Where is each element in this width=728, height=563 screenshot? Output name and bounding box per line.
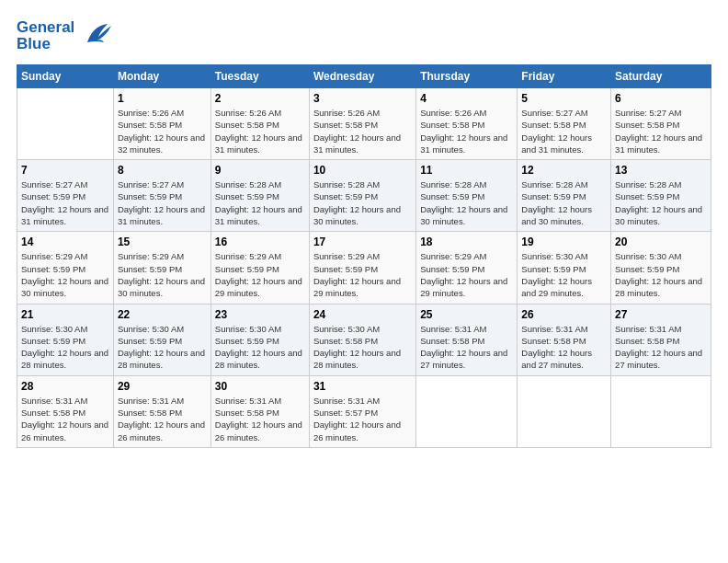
day-sunset: Sunset: 5:59 PM bbox=[118, 335, 207, 347]
calendar-day-cell: 3 Sunrise: 5:26 AM Sunset: 5:58 PM Dayli… bbox=[309, 88, 415, 160]
day-sunset: Sunset: 5:58 PM bbox=[521, 335, 607, 347]
day-sunset: Sunset: 5:58 PM bbox=[420, 335, 513, 347]
day-number: 4 bbox=[420, 92, 513, 105]
calendar-day-cell: 31 Sunrise: 5:31 AM Sunset: 5:57 PM Dayl… bbox=[309, 375, 415, 447]
day-sunrise: Sunrise: 5:28 AM bbox=[615, 178, 707, 190]
calendar-day-cell: 10 Sunrise: 5:28 AM Sunset: 5:59 PM Dayl… bbox=[309, 160, 415, 232]
calendar-day-cell: 5 Sunrise: 5:27 AM Sunset: 5:58 PM Dayli… bbox=[518, 88, 611, 160]
calendar-day-cell: 12 Sunrise: 5:28 AM Sunset: 5:59 PM Dayl… bbox=[518, 160, 611, 232]
day-number: 7 bbox=[21, 164, 109, 177]
calendar-day-cell: 27 Sunrise: 5:31 AM Sunset: 5:58 PM Dayl… bbox=[611, 304, 711, 375]
day-sunrise: Sunrise: 5:26 AM bbox=[420, 107, 513, 119]
day-number: 18 bbox=[420, 236, 513, 248]
day-number: 2 bbox=[215, 92, 305, 105]
calendar-day-cell: 17 Sunrise: 5:29 AM Sunset: 5:59 PM Dayl… bbox=[309, 232, 415, 304]
calendar-week-row: 1 Sunrise: 5:26 AM Sunset: 5:58 PM Dayli… bbox=[17, 88, 711, 160]
day-sunset: Sunset: 5:58 PM bbox=[313, 119, 412, 131]
day-sunrise: Sunrise: 5:28 AM bbox=[420, 178, 513, 190]
day-sunrise: Sunrise: 5:31 AM bbox=[313, 395, 412, 407]
day-sunrise: Sunrise: 5:31 AM bbox=[615, 323, 707, 335]
day-sunset: Sunset: 5:58 PM bbox=[615, 335, 707, 347]
col-tuesday: Tuesday bbox=[210, 65, 309, 88]
day-number: 20 bbox=[615, 236, 707, 248]
day-sunset: Sunset: 5:59 PM bbox=[21, 190, 109, 202]
calendar-day-cell: 13 Sunrise: 5:28 AM Sunset: 5:59 PM Dayl… bbox=[611, 160, 711, 232]
day-daylight: Daylight: 12 hours and 31 minutes. bbox=[615, 132, 707, 156]
day-number: 11 bbox=[420, 164, 513, 177]
calendar-day-cell: 23 Sunrise: 5:30 AM Sunset: 5:59 PM Dayl… bbox=[210, 304, 309, 375]
day-sunrise: Sunrise: 5:30 AM bbox=[521, 250, 607, 262]
day-daylight: Daylight: 12 hours and 29 minutes. bbox=[313, 275, 412, 300]
calendar-day-cell: 2 Sunrise: 5:26 AM Sunset: 5:58 PM Dayli… bbox=[210, 88, 309, 160]
day-sunset: Sunset: 5:59 PM bbox=[313, 190, 412, 202]
day-number: 9 bbox=[215, 164, 305, 177]
day-daylight: Daylight: 12 hours and 30 minutes. bbox=[21, 275, 109, 300]
calendar-table: Sunday Monday Tuesday Wednesday Thursday… bbox=[17, 64, 711, 448]
calendar-day-cell: 9 Sunrise: 5:28 AM Sunset: 5:59 PM Dayli… bbox=[210, 160, 309, 232]
day-daylight: Daylight: 12 hours and 27 minutes. bbox=[420, 347, 513, 372]
day-sunrise: Sunrise: 5:29 AM bbox=[215, 250, 305, 262]
col-monday: Monday bbox=[113, 65, 210, 88]
day-sunset: Sunset: 5:57 PM bbox=[313, 407, 412, 419]
day-number: 15 bbox=[118, 236, 207, 248]
day-number: 31 bbox=[313, 380, 412, 393]
calendar-week-row: 28 Sunrise: 5:31 AM Sunset: 5:58 PM Dayl… bbox=[17, 375, 711, 447]
day-daylight: Daylight: 12 hours and 26 minutes. bbox=[215, 419, 305, 443]
day-daylight: Daylight: 12 hours and 31 minutes. bbox=[21, 203, 109, 228]
day-number: 27 bbox=[615, 308, 707, 321]
col-friday: Friday bbox=[518, 65, 611, 88]
day-sunrise: Sunrise: 5:26 AM bbox=[118, 107, 207, 119]
calendar-day-cell: 4 Sunrise: 5:26 AM Sunset: 5:58 PM Dayli… bbox=[416, 88, 518, 160]
day-number: 29 bbox=[118, 380, 207, 393]
day-sunset: Sunset: 5:59 PM bbox=[521, 190, 607, 202]
day-number: 22 bbox=[118, 308, 207, 321]
calendar-day-cell: 7 Sunrise: 5:27 AM Sunset: 5:59 PM Dayli… bbox=[17, 160, 114, 232]
day-sunrise: Sunrise: 5:29 AM bbox=[420, 250, 513, 262]
day-number: 5 bbox=[521, 92, 607, 105]
day-number: 24 bbox=[313, 308, 412, 321]
day-sunrise: Sunrise: 5:31 AM bbox=[215, 395, 305, 407]
calendar-day-cell: 6 Sunrise: 5:27 AM Sunset: 5:58 PM Dayli… bbox=[611, 88, 711, 160]
calendar-day-cell bbox=[611, 375, 711, 447]
calendar-week-row: 7 Sunrise: 5:27 AM Sunset: 5:59 PM Dayli… bbox=[17, 160, 711, 232]
day-sunrise: Sunrise: 5:30 AM bbox=[615, 250, 707, 262]
calendar-day-cell: 19 Sunrise: 5:30 AM Sunset: 5:59 PM Dayl… bbox=[518, 232, 611, 304]
logo: General Blue bbox=[17, 17, 115, 55]
calendar-day-cell: 25 Sunrise: 5:31 AM Sunset: 5:58 PM Dayl… bbox=[416, 304, 518, 375]
day-daylight: Daylight: 12 hours and 26 minutes. bbox=[313, 419, 412, 443]
calendar-day-cell: 28 Sunrise: 5:31 AM Sunset: 5:58 PM Dayl… bbox=[17, 375, 114, 447]
day-sunset: Sunset: 5:58 PM bbox=[420, 119, 513, 131]
day-daylight: Daylight: 12 hours and 28 minutes. bbox=[313, 347, 412, 372]
day-daylight: Daylight: 12 hours and 31 minutes. bbox=[215, 203, 305, 228]
day-sunset: Sunset: 5:59 PM bbox=[21, 263, 109, 275]
day-daylight: Daylight: 12 hours and 31 minutes. bbox=[118, 203, 207, 228]
day-number: 14 bbox=[21, 236, 109, 248]
col-saturday: Saturday bbox=[611, 65, 711, 88]
day-sunrise: Sunrise: 5:29 AM bbox=[21, 250, 109, 262]
calendar-day-cell: 11 Sunrise: 5:28 AM Sunset: 5:59 PM Dayl… bbox=[416, 160, 518, 232]
calendar-day-cell: 16 Sunrise: 5:29 AM Sunset: 5:59 PM Dayl… bbox=[210, 232, 309, 304]
calendar-day-cell bbox=[17, 88, 114, 160]
day-sunset: Sunset: 5:59 PM bbox=[215, 263, 305, 275]
logo-bird-icon bbox=[80, 17, 115, 55]
day-sunrise: Sunrise: 5:27 AM bbox=[615, 107, 707, 119]
day-sunset: Sunset: 5:59 PM bbox=[420, 190, 513, 202]
day-sunset: Sunset: 5:59 PM bbox=[118, 263, 207, 275]
day-daylight: Daylight: 12 hours and 29 minutes. bbox=[215, 275, 305, 300]
calendar-day-cell bbox=[518, 375, 611, 447]
day-daylight: Daylight: 12 hours and 32 minutes. bbox=[118, 132, 207, 156]
day-daylight: Daylight: 12 hours and 30 minutes. bbox=[118, 275, 207, 300]
day-sunset: Sunset: 5:58 PM bbox=[215, 407, 305, 419]
day-sunset: Sunset: 5:58 PM bbox=[21, 407, 109, 419]
day-sunset: Sunset: 5:59 PM bbox=[313, 263, 412, 275]
day-sunset: Sunset: 5:59 PM bbox=[21, 335, 109, 347]
day-number: 16 bbox=[215, 236, 305, 248]
page: General Blue Sunday Monday Tuesday Wedne… bbox=[0, 0, 728, 457]
day-sunrise: Sunrise: 5:31 AM bbox=[521, 323, 607, 335]
day-sunrise: Sunrise: 5:31 AM bbox=[420, 323, 513, 335]
day-sunrise: Sunrise: 5:29 AM bbox=[313, 250, 412, 262]
calendar-day-cell: 21 Sunrise: 5:30 AM Sunset: 5:59 PM Dayl… bbox=[17, 304, 114, 375]
day-daylight: Daylight: 12 hours and 28 minutes. bbox=[615, 275, 707, 300]
day-daylight: Daylight: 12 hours and 30 minutes. bbox=[420, 203, 513, 228]
day-daylight: Daylight: 12 hours and 29 minutes. bbox=[521, 275, 607, 300]
